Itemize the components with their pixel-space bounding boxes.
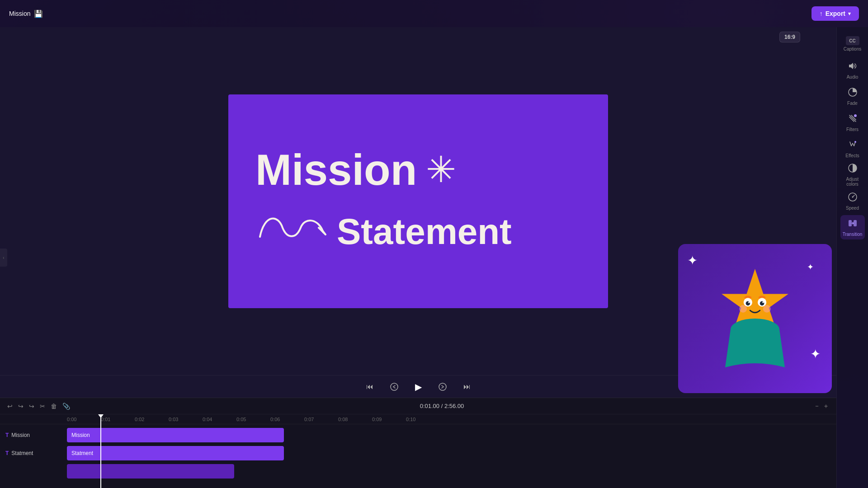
canvas-subtitle: Statement <box>255 210 512 254</box>
character-panel: ✦ ✦ ✦ <box>678 244 832 393</box>
svg-point-16 <box>748 301 750 303</box>
sparkle-top-left: ✦ <box>687 253 698 268</box>
ruler-mark-2: 0:02 <box>135 417 169 422</box>
rewind-button[interactable] <box>386 380 402 393</box>
effects-label: Effects <box>845 153 859 158</box>
save-icon[interactable]: 💾 <box>34 9 43 18</box>
adjust-colors-icon <box>848 163 858 175</box>
ruler-mark-3: 0:03 <box>169 417 203 422</box>
ruler-mark-8: 0:08 <box>338 417 372 422</box>
sidebar-tool-speed[interactable]: Speed <box>840 189 865 213</box>
speed-icon <box>848 192 858 204</box>
speed-label: Speed <box>846 206 859 211</box>
timeline-zoom-controls: － ＋ <box>814 402 829 410</box>
top-bar: Mission 💾 ↑ Export ▾ <box>0 0 868 27</box>
svg-point-7 <box>852 196 853 197</box>
undo-button[interactable]: ↩ <box>7 403 13 410</box>
track-row-statement: T Statment Statment <box>0 445 836 461</box>
canvas-asterisk: ✳ <box>426 152 456 188</box>
timeline-area: ↩ ↪ ↪ ✂ 🗑 📎 0:01.00 / 2:56.00 － ＋ <box>0 398 836 488</box>
audio-icon <box>848 61 858 73</box>
zoom-in-button[interactable]: ＋ <box>823 402 829 410</box>
ruler-mark-9: 0:09 <box>372 417 406 422</box>
track-label-statement: T Statment <box>0 450 67 456</box>
skip-to-start-button[interactable]: ⏮ <box>363 381 377 393</box>
filters-icon <box>848 113 858 126</box>
zoom-out-button[interactable]: － <box>814 402 820 410</box>
track-type-icon-mission: T <box>5 432 9 438</box>
project-title: Mission 💾 <box>9 9 43 18</box>
transition-icon <box>848 218 858 230</box>
sidebar-tool-filters[interactable]: Filters <box>840 110 865 135</box>
export-chevron-icon: ▾ <box>848 11 851 17</box>
timeline-ruler: 0:00 0:01 0:02 0:03 0:04 0:05 0:06 0:07 … <box>0 414 836 424</box>
forward-button[interactable] <box>434 380 451 393</box>
sparkle-top-right: ✦ <box>807 262 814 272</box>
mascot-container: ✦ ✦ ✦ <box>678 244 832 393</box>
cut-button[interactable]: ✂ <box>40 403 45 410</box>
track-row-bottom <box>0 463 836 479</box>
add-media-button[interactable]: 📎 <box>62 403 70 410</box>
svg-point-4 <box>854 141 856 143</box>
right-sidebar: CC Captions Audio Fade <box>836 27 868 488</box>
delete-button[interactable]: 🗑 <box>51 403 57 410</box>
timeline-time-display: 0:01.00 / 2:56.00 <box>420 403 464 409</box>
track-type-icon-statement: T <box>5 450 9 456</box>
track-clip-mission[interactable]: Mission <box>67 428 284 442</box>
canvas-title-line1: Mission ✳ <box>255 148 456 192</box>
adjust-colors-label: Adjustcolors <box>846 177 859 187</box>
sidebar-tool-effects[interactable]: Effects <box>840 136 865 161</box>
sidebar-tool-adjust-colors[interactable]: Adjustcolors <box>840 163 865 187</box>
track-name-mission: Mission <box>11 432 30 438</box>
captions-label: Captions <box>844 47 861 52</box>
skip-to-end-button[interactable]: ⏭ <box>460 381 474 393</box>
sidebar-tool-transition[interactable]: Transition <box>840 215 865 239</box>
track-content-bottom[interactable] <box>67 464 836 479</box>
canvas-swirl-decoration <box>255 210 328 254</box>
track-content-mission[interactable]: Mission <box>67 428 836 442</box>
track-row-mission: T Mission Mission <box>0 427 836 443</box>
svg-point-17 <box>762 301 764 303</box>
sparkle-bottom-right: ✦ <box>810 347 821 361</box>
ruler-mark-0: 0:00 <box>67 417 101 422</box>
ruler-mark-1: 0:01 <box>101 417 135 422</box>
playhead[interactable] <box>100 414 101 488</box>
track-content-statement[interactable]: Statment <box>67 446 836 460</box>
ruler-mark-6: 0:06 <box>270 417 304 422</box>
track-label-mission: T Mission <box>0 432 67 438</box>
play-button[interactable]: ▶ <box>411 380 425 394</box>
svg-point-3 <box>854 114 857 117</box>
audio-label: Audio <box>847 75 859 80</box>
fade-label: Fade <box>847 101 858 106</box>
export-label: Export <box>826 10 845 17</box>
effects-icon <box>848 140 858 152</box>
ruler-mark-10: 0:10 <box>406 417 440 422</box>
track-clip-statement[interactable]: Statment <box>67 446 284 460</box>
sidebar-tool-audio[interactable]: Audio <box>840 58 865 82</box>
track-name-statement: Statment <box>11 450 33 456</box>
sidebar-tool-captions[interactable]: CC Captions <box>840 32 865 56</box>
aspect-ratio-badge: 16:9 <box>779 32 800 42</box>
svg-rect-8 <box>849 220 852 226</box>
svg-point-1 <box>439 383 446 390</box>
filters-label: Filters <box>846 127 859 132</box>
redo2-button[interactable]: ↪ <box>29 403 34 410</box>
sidebar-tool-fade[interactable]: Fade <box>840 84 865 108</box>
export-arrow-icon: ↑ <box>820 10 823 17</box>
ruler-mark-4: 0:04 <box>203 417 236 422</box>
svg-point-0 <box>391 383 398 390</box>
transition-label: Transition <box>843 232 863 237</box>
export-button[interactable]: ↑ Export ▾ <box>811 6 859 21</box>
ruler-mark-5: 0:05 <box>236 417 270 422</box>
svg-point-18 <box>739 305 747 313</box>
canvas-subtitle-text: Statement <box>337 211 512 253</box>
svg-point-19 <box>763 305 771 313</box>
timeline-tracks-wrapper: 0:00 0:01 0:02 0:03 0:04 0:05 0:06 0:07 … <box>0 414 836 488</box>
captions-icon: CC <box>846 36 859 45</box>
redo-button[interactable]: ↪ <box>18 403 24 410</box>
ruler-mark-7: 0:07 <box>304 417 338 422</box>
fade-icon <box>848 87 858 99</box>
timeline-toolbar: ↩ ↪ ↪ ✂ 🗑 📎 0:01.00 / 2:56.00 － ＋ <box>0 398 836 414</box>
canvas-title-text: Mission <box>255 148 417 192</box>
track-clip-bottom[interactable] <box>67 464 234 479</box>
